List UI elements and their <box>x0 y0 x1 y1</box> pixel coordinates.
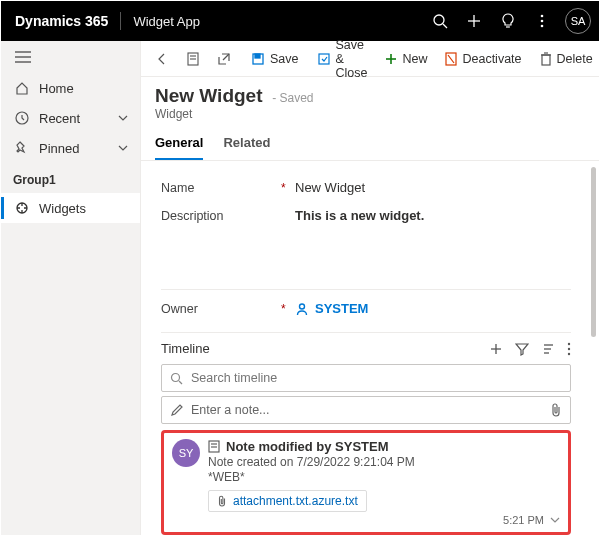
field-owner[interactable]: Owner * SYSTEM <box>161 294 571 322</box>
svg-point-38 <box>172 373 180 381</box>
pin-icon <box>13 141 31 155</box>
field-label: Name <box>161 179 281 195</box>
paperclip-icon <box>217 495 227 507</box>
top-bar: Dynamics 365 Widget App SA <box>1 1 599 41</box>
svg-point-0 <box>434 15 444 25</box>
svg-line-1 <box>443 24 447 28</box>
section-divider <box>161 289 571 290</box>
home-icon <box>13 81 31 95</box>
attachment-link[interactable]: attachment.txt.azure.txt <box>233 494 358 508</box>
deactivate-icon <box>445 52 457 66</box>
svg-line-22 <box>448 55 454 63</box>
svg-point-7 <box>541 25 544 28</box>
person-icon <box>295 302 309 316</box>
required-indicator: * <box>281 300 295 316</box>
sidebar-item-recent[interactable]: Recent <box>1 103 140 133</box>
sidebar-item-label: Pinned <box>39 141 118 156</box>
scrollbar[interactable] <box>591 167 596 337</box>
paperclip-icon[interactable] <box>550 403 562 417</box>
svg-rect-17 <box>255 54 260 58</box>
card-time: 5:21 PM <box>503 514 544 526</box>
timeline-card[interactable]: SY Note modified by SYSTEM Note created … <box>161 430 571 535</box>
sidebar-group-label: Group1 <box>1 163 140 193</box>
form-tabs: General Related <box>141 123 599 161</box>
sidebar-item-widgets[interactable]: Widgets <box>1 193 140 223</box>
popout-button[interactable] <box>209 45 239 73</box>
required-indicator: * <box>281 179 295 195</box>
app-name: Widget App <box>133 14 200 29</box>
record-title: New Widget <box>155 85 263 107</box>
pencil-icon <box>170 404 183 417</box>
card-meta: Note created on 7/29/2022 9:21:04 PM <box>208 455 560 469</box>
sidebar-item-pinned[interactable]: Pinned <box>1 133 140 163</box>
deactivate-button[interactable]: Deactivate <box>437 45 529 73</box>
brand-divider <box>120 12 121 30</box>
field-name[interactable]: Name * New Widget <box>161 173 571 201</box>
back-button[interactable] <box>147 45 177 73</box>
chevron-down-icon <box>118 145 128 151</box>
timeline-search[interactable] <box>161 364 571 392</box>
svg-rect-23 <box>542 55 550 65</box>
plus-icon <box>385 53 397 65</box>
field-label: Description <box>161 207 281 273</box>
svg-point-29 <box>300 304 305 309</box>
tab-related[interactable]: Related <box>223 129 270 160</box>
tab-general[interactable]: General <box>155 129 203 160</box>
add-icon[interactable] <box>457 1 491 41</box>
entity-name: Widget <box>155 107 585 121</box>
card-title: Note modified by SYSTEM <box>226 439 389 454</box>
timeline-sort-icon[interactable] <box>541 342 555 356</box>
sidebar: Home Recent Pinned Group1 Widgets <box>1 41 141 535</box>
sidebar-item-label: Home <box>39 81 128 96</box>
search-icon <box>170 372 183 385</box>
svg-point-6 <box>541 20 544 23</box>
field-value[interactable]: New Widget <box>295 179 571 195</box>
brand-label: Dynamics 365 <box>15 13 108 29</box>
section-divider <box>161 332 571 333</box>
card-tag: *WEB* <box>208 470 560 484</box>
save-button[interactable]: Save <box>243 45 307 73</box>
svg-rect-18 <box>319 54 329 64</box>
save-icon <box>251 52 265 66</box>
field-label: Owner <box>161 300 281 316</box>
search-icon[interactable] <box>423 1 457 41</box>
user-avatar[interactable]: SA <box>565 8 591 34</box>
card-attachment[interactable]: attachment.txt.azure.txt <box>208 490 367 512</box>
saved-label: - Saved <box>272 91 313 105</box>
chevron-down-icon[interactable] <box>550 517 560 523</box>
svg-point-5 <box>541 15 544 18</box>
sidebar-item-label: Recent <box>39 111 118 126</box>
svg-line-39 <box>179 381 182 384</box>
sidebar-item-home[interactable]: Home <box>1 73 140 103</box>
field-value[interactable]: This is a new widget. <box>295 207 571 273</box>
clock-icon <box>13 111 31 125</box>
timeline-note-input[interactable]: Enter a note... <box>161 396 571 424</box>
more-icon[interactable] <box>525 1 559 41</box>
timeline-more-icon[interactable] <box>567 342 571 356</box>
new-button[interactable]: New <box>377 45 435 73</box>
save-close-button[interactable]: Save & Close <box>309 45 376 73</box>
timeline-title: Timeline <box>161 341 489 356</box>
field-description[interactable]: Description This is a new widget. <box>161 201 571 279</box>
svg-point-37 <box>568 352 570 354</box>
timeline-filter-icon[interactable] <box>515 342 529 356</box>
form-header: New Widget - Saved Widget <box>141 77 599 123</box>
widget-icon <box>13 201 31 215</box>
delete-button[interactable]: Delete <box>532 45 600 73</box>
form-selector-button[interactable] <box>179 45 207 73</box>
field-value[interactable]: SYSTEM <box>295 300 571 316</box>
command-bar: Save Save & Close New Deactivate Delete <box>141 41 599 77</box>
note-placeholder: Enter a note... <box>191 403 550 417</box>
timeline-add-icon[interactable] <box>489 342 503 356</box>
save-close-icon <box>317 52 331 66</box>
sidebar-item-label: Widgets <box>39 201 128 216</box>
hamburger-icon[interactable] <box>1 41 140 73</box>
timeline-search-input[interactable] <box>189 370 562 386</box>
chevron-down-icon <box>118 115 128 121</box>
lightbulb-icon[interactable] <box>491 1 525 41</box>
timeline-header: Timeline <box>161 337 571 360</box>
svg-point-36 <box>568 347 570 349</box>
card-avatar: SY <box>172 439 200 467</box>
note-icon <box>208 440 220 453</box>
svg-point-35 <box>568 342 570 344</box>
